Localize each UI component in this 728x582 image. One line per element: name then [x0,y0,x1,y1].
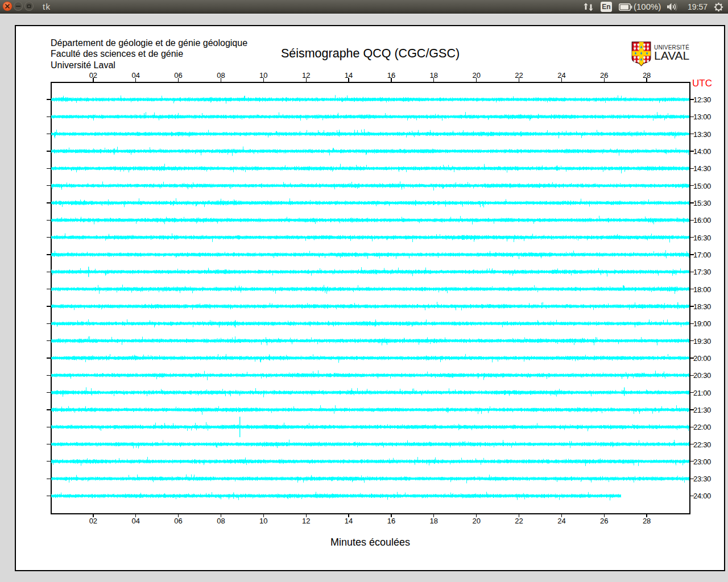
svg-text:LAVAL: LAVAL [654,49,689,62]
